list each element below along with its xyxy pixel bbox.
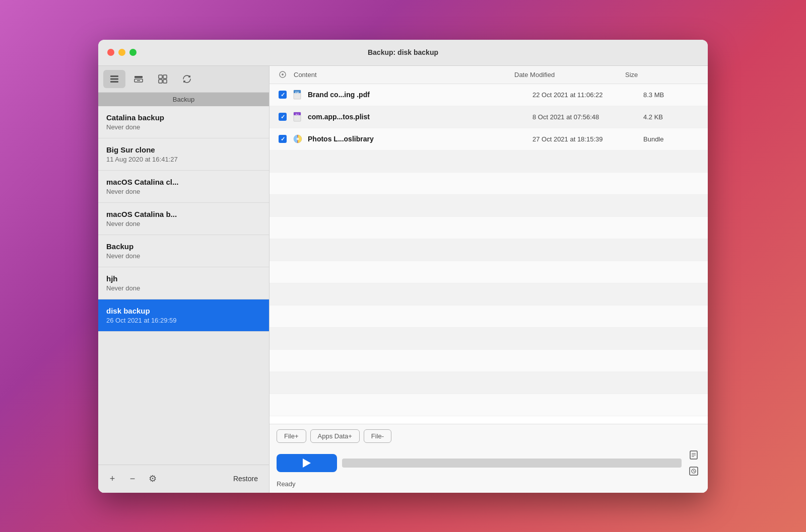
sidebar: Backup Catalina backup Never done Big Su… — [98, 66, 270, 493]
sidebar-item-date: 11 Aug 2020 at 16:41:27 — [106, 156, 261, 163]
sidebar-item-name: disk backup — [106, 307, 261, 315]
checkbox-checked[interactable] — [279, 91, 287, 99]
plus-icon: + — [110, 474, 115, 484]
file-minus-button[interactable]: File- — [364, 429, 391, 443]
sidebar-item-name: macOS Catalina b... — [106, 210, 261, 218]
app-window: Backup: disk backup — [98, 40, 708, 493]
sidebar-item-name: Big Sur clone — [106, 145, 261, 154]
file-plus-button[interactable]: File+ — [277, 429, 306, 443]
svg-rect-6 — [159, 75, 162, 79]
minus-icon: − — [130, 474, 136, 484]
empty-row — [270, 195, 708, 217]
add-button[interactable]: + — [104, 471, 120, 487]
column-headers: Content Date Modified Size — [270, 66, 708, 84]
remove-button[interactable]: − — [124, 471, 141, 487]
svg-rect-2 — [110, 81, 118, 83]
empty-row — [270, 306, 708, 328]
clock-icon — [689, 466, 699, 476]
maximize-button[interactable] — [129, 49, 137, 56]
sidebar-item-macos-catalina-cl[interactable]: macOS Catalina cl... Never done — [98, 171, 269, 203]
empty-row — [270, 350, 708, 372]
file-date: 8 Oct 2021 at 07:56:48 — [532, 113, 643, 121]
archive-icon — [133, 73, 144, 85]
empty-row — [270, 328, 708, 350]
tab-sync[interactable] — [176, 70, 198, 88]
svg-point-19 — [297, 138, 299, 140]
empty-row — [270, 217, 708, 239]
sidebar-item-hjh[interactable]: hjh Never done — [98, 267, 269, 299]
sidebar-item-big-sur-clone[interactable]: Big Sur clone 11 Aug 2020 at 16:41:27 — [98, 138, 269, 171]
col-header-size: Size — [625, 71, 686, 79]
empty-row — [270, 150, 708, 173]
close-button[interactable] — [107, 49, 114, 56]
gear-icon: ⚙ — [149, 473, 157, 484]
pdf-icon: PDF — [293, 90, 303, 100]
footer-bottom — [277, 448, 701, 478]
sidebar-item-date: 26 Oct 2021 at 16:29:59 — [106, 317, 261, 324]
photos-icon — [293, 134, 303, 144]
multi-icon — [157, 73, 168, 85]
play-button[interactable] — [277, 454, 337, 472]
minimize-button[interactable] — [118, 49, 125, 56]
sidebar-item-backup[interactable]: Backup Never done — [98, 235, 269, 267]
plist-icon: PLT — [293, 112, 303, 122]
content-footer: File+ Apps Data+ File- — [270, 424, 708, 493]
file-row: Photos L...oslibrary 27 Oct 2021 at 18:1… — [270, 128, 708, 150]
file-name: Photos L...oslibrary — [308, 135, 532, 143]
footer-actions: File+ Apps Data+ File- — [277, 429, 701, 443]
sidebar-item-date: Never done — [106, 220, 261, 227]
checkbox-checked[interactable] — [279, 113, 287, 121]
sidebar-item-name: Backup — [106, 242, 261, 251]
empty-row — [270, 239, 708, 261]
empty-row — [270, 372, 708, 394]
sidebar-item-date: Never done — [106, 123, 261, 131]
sidebar-header: Backup — [98, 93, 269, 106]
main-content: Backup Catalina backup Never done Big Su… — [98, 66, 708, 493]
list-icon — [109, 73, 120, 85]
sidebar-item-name: Catalina backup — [106, 113, 261, 122]
col-header-check — [274, 71, 292, 78]
file-name: Brand co...ing .pdf — [308, 91, 532, 99]
empty-row — [270, 283, 708, 306]
file-list: PDF Brand co...ing .pdf 22 Oct 2021 at 1… — [270, 84, 708, 424]
play-icon — [303, 459, 311, 468]
sidebar-item-name: hjh — [106, 274, 261, 283]
file-date: 22 Oct 2021 at 11:06:22 — [532, 91, 643, 99]
sidebar-item-catalina-backup[interactable]: Catalina backup Never done — [98, 106, 269, 138]
svg-rect-0 — [110, 75, 118, 77]
sidebar-footer: + − ⚙ Restore — [98, 465, 269, 493]
apps-data-plus-button[interactable]: Apps Data+ — [310, 429, 360, 443]
history-button[interactable] — [687, 464, 701, 478]
tab-list[interactable] — [103, 70, 125, 88]
log-button[interactable] — [687, 448, 701, 462]
sidebar-item-date: Never done — [106, 188, 261, 195]
empty-row — [270, 261, 708, 283]
col-header-content: Content — [292, 71, 514, 79]
sidebar-item-date: Never done — [106, 252, 261, 260]
sidebar-item-name: macOS Catalina cl... — [106, 178, 261, 186]
checkbox-checked[interactable] — [279, 135, 287, 143]
file-checkbox[interactable] — [274, 135, 292, 143]
sidebar-item-disk-backup[interactable]: disk backup 26 Oct 2021 at 16:29:59 — [98, 299, 269, 332]
restore-button[interactable]: Restore — [228, 473, 263, 485]
file-row: PLT com.app...tos.plist 8 Oct 2021 at 07… — [270, 106, 708, 128]
empty-row — [270, 394, 708, 416]
sidebar-item-macos-catalina-b[interactable]: macOS Catalina b... Never done — [98, 203, 269, 235]
svg-rect-9 — [163, 80, 167, 83]
file-checkbox[interactable] — [274, 113, 292, 121]
settings-button[interactable]: ⚙ — [145, 471, 161, 487]
content-panel: Content Date Modified Size PDF — [270, 66, 708, 493]
svg-point-11 — [282, 73, 284, 75]
svg-rect-7 — [163, 75, 167, 79]
sidebar-toolbar — [98, 66, 269, 93]
sidebar-list: Catalina backup Never done Big Sur clone… — [98, 106, 269, 465]
tab-multi[interactable] — [152, 70, 174, 88]
file-checkbox[interactable] — [274, 91, 292, 99]
sync-icon — [181, 73, 192, 85]
tab-archive[interactable] — [127, 70, 150, 88]
window-controls — [107, 49, 137, 56]
document-icon — [689, 450, 699, 460]
svg-rect-3 — [135, 76, 143, 78]
file-icon-pdf: PDF — [292, 89, 304, 101]
window-title: Backup: disk backup — [368, 48, 438, 56]
